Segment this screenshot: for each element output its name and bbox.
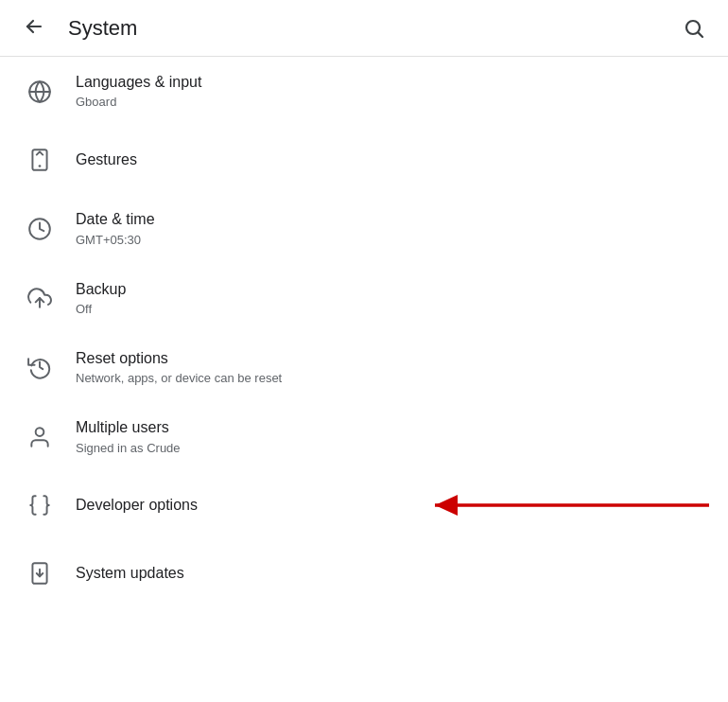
settings-item-gestures[interactable]: Gestures [0,126,728,194]
globe-icon [27,79,52,104]
datetime-icon-container [19,217,61,241]
settings-list: Languages & input Gboard Gestures [0,57,728,607]
developer-icon-container [19,493,61,518]
backup-icon-container [19,286,61,310]
updates-title: System updates [76,563,709,584]
updates-icon-container [19,561,61,586]
braces-icon [27,493,52,518]
users-text: Multiple users Signed in as Crude [76,417,709,456]
settings-item-updates[interactable]: System updates [0,539,728,607]
users-title: Multiple users [76,417,709,438]
reset-subtitle: Network, apps, or device can be reset [76,371,709,387]
settings-item-developer[interactable]: Developer options [0,471,728,539]
backup-subtitle: Off [76,302,709,318]
cloud-upload-icon [27,286,52,310]
users-icon-container [19,425,61,449]
backup-title: Backup [76,279,709,300]
reset-title: Reset options [76,348,709,369]
svg-marker-10 [435,495,458,516]
clock-icon [27,217,52,241]
languages-icon-container [19,79,61,104]
languages-title: Languages & input [76,72,709,93]
gestures-icon [27,148,52,172]
datetime-subtitle: GMT+05:30 [76,233,709,249]
settings-item-reset[interactable]: Reset options Network, apps, or device c… [0,333,728,402]
page-title: System [68,16,137,41]
search-button[interactable] [675,9,713,47]
arrow-annotation [407,491,709,519]
search-icon [683,17,705,40]
backup-text: Backup Off [76,279,709,318]
users-subtitle: Signed in as Crude [76,441,709,457]
svg-point-8 [36,428,44,436]
history-icon [27,355,52,379]
reset-icon-container [19,355,61,379]
datetime-text: Date & time GMT+05:30 [76,209,709,248]
back-arrow-icon [23,15,45,42]
svg-line-1 [699,32,702,36]
gestures-icon-container [19,148,61,172]
updates-text: System updates [76,563,709,584]
app-container: System Languages & input Gboard [0,0,728,607]
settings-item-languages[interactable]: Languages & input Gboard [0,57,728,126]
header: System [0,0,728,57]
datetime-title: Date & time [76,209,709,230]
person-icon [27,425,52,449]
header-left: System [15,8,137,49]
settings-item-users[interactable]: Multiple users Signed in as Crude [0,402,728,471]
back-button[interactable] [15,8,53,49]
system-update-icon [27,561,52,586]
settings-item-datetime[interactable]: Date & time GMT+05:30 [0,194,728,263]
languages-text: Languages & input Gboard [76,72,709,111]
gestures-title: Gestures [76,149,709,170]
red-arrow-icon [407,491,709,519]
languages-subtitle: Gboard [76,95,709,111]
settings-item-backup[interactable]: Backup Off [0,264,728,333]
gestures-text: Gestures [76,149,709,170]
reset-text: Reset options Network, apps, or device c… [76,348,709,387]
